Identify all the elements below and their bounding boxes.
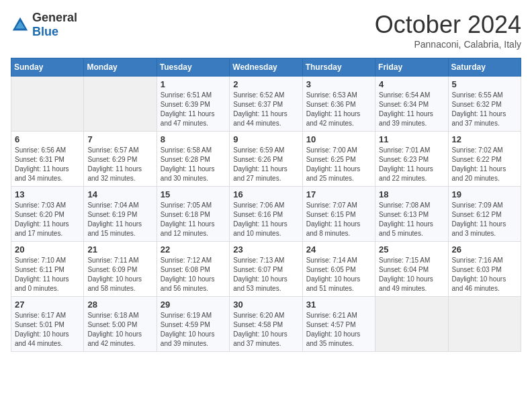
day-detail: Sunrise: 7:08 AM Sunset: 6:13 PM Dayligh… (379, 201, 444, 238)
calendar-week-3: 13Sunrise: 7:03 AM Sunset: 6:20 PM Dayli… (11, 187, 521, 242)
day-number: 4 (379, 79, 444, 89)
logo-general: General (32, 11, 77, 24)
day-number: 1 (161, 79, 226, 89)
calendar-cell (448, 297, 521, 352)
day-detail: Sunrise: 7:10 AM Sunset: 6:11 PM Dayligh… (15, 256, 80, 293)
day-detail: Sunrise: 7:05 AM Sunset: 6:18 PM Dayligh… (161, 201, 226, 238)
day-header-friday: Friday (375, 58, 448, 77)
title-block: October 2024 Pannaconi, Calabria, Italy (375, 11, 521, 50)
calendar-cell: 19Sunrise: 7:09 AM Sunset: 6:12 PM Dayli… (448, 187, 521, 242)
day-number: 10 (306, 134, 371, 144)
day-detail: Sunrise: 6:53 AM Sunset: 6:36 PM Dayligh… (306, 91, 371, 128)
day-number: 12 (452, 134, 517, 144)
calendar-cell: 3Sunrise: 6:53 AM Sunset: 6:36 PM Daylig… (302, 77, 375, 132)
day-number: 20 (15, 244, 80, 255)
page-header: General Blue October 2024 Pannaconi, Cal… (11, 11, 521, 50)
calendar-cell: 14Sunrise: 7:04 AM Sunset: 6:19 PM Dayli… (84, 187, 157, 242)
logo-blue: Blue (32, 25, 58, 38)
day-number: 14 (87, 189, 152, 199)
day-header-tuesday: Tuesday (157, 58, 229, 77)
day-detail: Sunrise: 6:19 AM Sunset: 4:59 PM Dayligh… (161, 311, 226, 349)
day-number: 13 (15, 189, 80, 199)
calendar-cell: 8Sunrise: 6:58 AM Sunset: 6:28 PM Daylig… (157, 132, 229, 187)
day-number: 15 (161, 189, 226, 199)
calendar-cell: 10Sunrise: 7:00 AM Sunset: 6:25 PM Dayli… (302, 132, 375, 187)
calendar-cell: 28Sunrise: 6:18 AM Sunset: 5:00 PM Dayli… (84, 297, 157, 352)
day-detail: Sunrise: 6:21 AM Sunset: 4:57 PM Dayligh… (306, 311, 371, 349)
calendar-cell: 25Sunrise: 7:15 AM Sunset: 6:04 PM Dayli… (375, 242, 448, 297)
calendar-cell: 18Sunrise: 7:08 AM Sunset: 6:13 PM Dayli… (375, 187, 448, 242)
calendar-cell: 4Sunrise: 6:54 AM Sunset: 6:34 PM Daylig… (375, 77, 448, 132)
calendar-cell: 30Sunrise: 6:20 AM Sunset: 4:58 PM Dayli… (230, 297, 302, 352)
month-title: October 2024 (375, 11, 521, 39)
day-detail: Sunrise: 7:02 AM Sunset: 6:22 PM Dayligh… (452, 146, 517, 183)
calendar-cell: 31Sunrise: 6:21 AM Sunset: 4:57 PM Dayli… (302, 297, 375, 352)
day-detail: Sunrise: 6:59 AM Sunset: 6:26 PM Dayligh… (233, 146, 298, 183)
location-subtitle: Pannaconi, Calabria, Italy (375, 39, 521, 50)
day-number: 28 (87, 300, 152, 310)
day-detail: Sunrise: 7:01 AM Sunset: 6:23 PM Dayligh… (379, 146, 444, 183)
day-detail: Sunrise: 6:18 AM Sunset: 5:00 PM Dayligh… (87, 311, 152, 349)
day-number: 9 (233, 134, 298, 144)
day-detail: Sunrise: 7:07 AM Sunset: 6:15 PM Dayligh… (306, 201, 371, 238)
day-number: 24 (306, 244, 371, 255)
logo-icon (11, 15, 30, 34)
day-detail: Sunrise: 7:03 AM Sunset: 6:20 PM Dayligh… (15, 201, 80, 238)
calendar-cell: 11Sunrise: 7:01 AM Sunset: 6:23 PM Dayli… (375, 132, 448, 187)
calendar-header-row: SundayMondayTuesdayWednesdayThursdayFrid… (11, 58, 521, 77)
day-detail: Sunrise: 7:00 AM Sunset: 6:25 PM Dayligh… (306, 146, 371, 183)
day-number: 11 (379, 134, 444, 144)
day-number: 27 (15, 300, 80, 310)
calendar-cell: 20Sunrise: 7:10 AM Sunset: 6:11 PM Dayli… (11, 242, 84, 297)
day-detail: Sunrise: 7:06 AM Sunset: 6:16 PM Dayligh… (233, 201, 298, 238)
calendar-cell: 27Sunrise: 6:17 AM Sunset: 5:01 PM Dayli… (11, 297, 84, 352)
day-number: 2 (233, 79, 298, 89)
day-header-monday: Monday (84, 58, 157, 77)
day-detail: Sunrise: 6:57 AM Sunset: 6:29 PM Dayligh… (87, 146, 152, 183)
day-number: 5 (452, 79, 517, 89)
calendar-cell (375, 297, 448, 352)
day-detail: Sunrise: 6:17 AM Sunset: 5:01 PM Dayligh… (15, 311, 80, 349)
logo: General Blue (11, 11, 77, 39)
calendar-week-5: 27Sunrise: 6:17 AM Sunset: 5:01 PM Dayli… (11, 297, 521, 352)
day-number: 31 (306, 300, 371, 310)
calendar-week-4: 20Sunrise: 7:10 AM Sunset: 6:11 PM Dayli… (11, 242, 521, 297)
day-header-sunday: Sunday (11, 58, 84, 77)
day-detail: Sunrise: 7:13 AM Sunset: 6:07 PM Dayligh… (233, 256, 298, 293)
calendar-cell: 9Sunrise: 6:59 AM Sunset: 6:26 PM Daylig… (230, 132, 302, 187)
calendar-cell: 24Sunrise: 7:14 AM Sunset: 6:05 PM Dayli… (302, 242, 375, 297)
day-detail: Sunrise: 7:04 AM Sunset: 6:19 PM Dayligh… (87, 201, 152, 238)
day-detail: Sunrise: 7:15 AM Sunset: 6:04 PM Dayligh… (379, 256, 444, 293)
calendar-cell: 23Sunrise: 7:13 AM Sunset: 6:07 PM Dayli… (230, 242, 302, 297)
day-number: 6 (15, 134, 80, 144)
day-header-thursday: Thursday (302, 58, 375, 77)
calendar-cell: 5Sunrise: 6:55 AM Sunset: 6:32 PM Daylig… (448, 77, 521, 132)
day-detail: Sunrise: 7:11 AM Sunset: 6:09 PM Dayligh… (87, 256, 152, 293)
day-detail: Sunrise: 6:51 AM Sunset: 6:39 PM Dayligh… (161, 91, 226, 128)
calendar-cell: 26Sunrise: 7:16 AM Sunset: 6:03 PM Dayli… (448, 242, 521, 297)
day-number: 29 (161, 300, 226, 310)
calendar-body: 1Sunrise: 6:51 AM Sunset: 6:39 PM Daylig… (11, 77, 521, 352)
calendar-week-2: 6Sunrise: 6:56 AM Sunset: 6:31 PM Daylig… (11, 132, 521, 187)
day-number: 21 (87, 244, 152, 255)
day-detail: Sunrise: 6:56 AM Sunset: 6:31 PM Dayligh… (15, 146, 80, 183)
day-detail: Sunrise: 6:58 AM Sunset: 6:28 PM Dayligh… (161, 146, 226, 183)
calendar-cell: 29Sunrise: 6:19 AM Sunset: 4:59 PM Dayli… (157, 297, 229, 352)
calendar-cell (11, 77, 84, 132)
calendar-cell: 13Sunrise: 7:03 AM Sunset: 6:20 PM Dayli… (11, 187, 84, 242)
calendar-cell (84, 77, 157, 132)
day-number: 30 (233, 300, 298, 310)
calendar-cell: 6Sunrise: 6:56 AM Sunset: 6:31 PM Daylig… (11, 132, 84, 187)
calendar-cell: 7Sunrise: 6:57 AM Sunset: 6:29 PM Daylig… (84, 132, 157, 187)
day-header-saturday: Saturday (448, 58, 521, 77)
day-detail: Sunrise: 7:16 AM Sunset: 6:03 PM Dayligh… (452, 256, 517, 293)
day-detail: Sunrise: 6:52 AM Sunset: 6:37 PM Dayligh… (233, 91, 298, 128)
day-number: 19 (452, 189, 517, 199)
day-header-wednesday: Wednesday (230, 58, 302, 77)
day-detail: Sunrise: 6:20 AM Sunset: 4:58 PM Dayligh… (233, 311, 298, 349)
calendar-cell: 15Sunrise: 7:05 AM Sunset: 6:18 PM Dayli… (157, 187, 229, 242)
day-detail: Sunrise: 6:55 AM Sunset: 6:32 PM Dayligh… (452, 91, 517, 128)
day-number: 22 (161, 244, 226, 255)
calendar-cell: 21Sunrise: 7:11 AM Sunset: 6:09 PM Dayli… (84, 242, 157, 297)
day-number: 25 (379, 244, 444, 255)
